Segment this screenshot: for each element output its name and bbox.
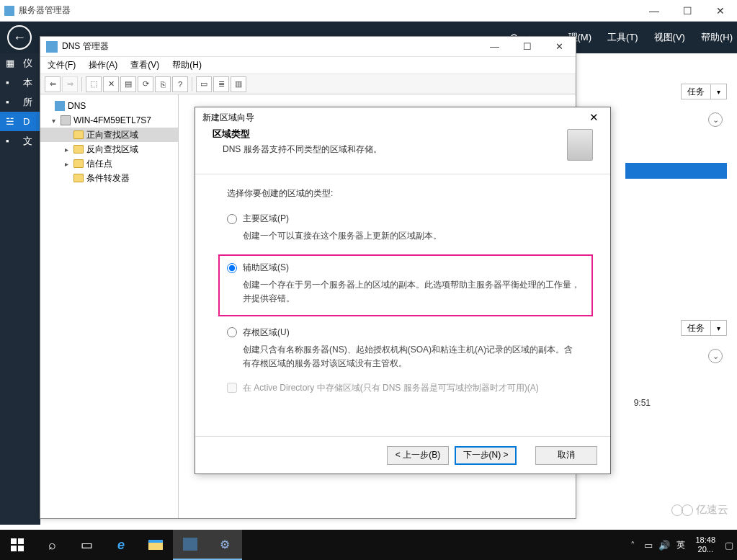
- tree-reverse-zone[interactable]: ▸反向查找区域: [40, 142, 178, 156]
- dns-close-button[interactable]: ✕: [543, 37, 576, 57]
- tb-detail-button[interactable]: ▥: [231, 76, 246, 92]
- dns-icon: ☱: [6, 116, 17, 128]
- dashboard-icon: ▦: [6, 58, 17, 69]
- radio-primary-zone[interactable]: [227, 214, 237, 224]
- tray-sound-icon[interactable]: 🔊: [656, 530, 672, 560]
- server-image-icon: [567, 129, 593, 161]
- server-manager-title: 服务器管理器: [19, 4, 71, 17]
- radio-secondary-label: 辅助区域(S): [243, 262, 289, 274]
- radio-secondary-desc: 创建一个存在于另一个服务器上的区域的副本。此选项帮助主服务器平衡处理的工作量，并…: [227, 278, 584, 306]
- tray-network-icon[interactable]: ▭: [640, 530, 656, 560]
- file-icon: ▪: [6, 135, 17, 147]
- tasks-arrow-1[interactable]: ▾: [711, 84, 727, 99]
- tree-forward-zone[interactable]: 正向查找区域: [40, 128, 178, 142]
- explorer-button[interactable]: [138, 530, 173, 560]
- tree-root[interactable]: DNS: [40, 99, 178, 113]
- tb-list-button[interactable]: ≣: [213, 76, 229, 92]
- taskview-button[interactable]: ▭: [69, 530, 104, 560]
- tasks-button-1[interactable]: 任务: [681, 84, 711, 99]
- tb-export-button[interactable]: ⎘: [155, 76, 171, 92]
- taskbar: ⌕ ▭ e ⚙ ˄ ▭ 🔊 英 18:48 20... ▢: [0, 530, 737, 560]
- search-button[interactable]: ⌕: [35, 530, 69, 560]
- dns-toolbar: ⇐ ⇒ ⬚ ✕ ▤ ⟳ ⎘ ? ▭ ≣ ▥: [40, 74, 576, 94]
- wizard-close-button[interactable]: ✕: [585, 110, 603, 125]
- tree-trust-points[interactable]: ▸信任点: [40, 156, 178, 171]
- tb-refresh-button[interactable]: ⟳: [138, 76, 153, 92]
- wizard-titlebar: 新建区域向导 ✕: [195, 107, 610, 128]
- expand-button-2[interactable]: ⌄: [708, 349, 723, 363]
- svg-rect-0: [46, 41, 58, 53]
- ie-button[interactable]: e: [104, 530, 138, 560]
- server-tree-icon: [61, 115, 71, 125]
- tree-conditional-forwarders[interactable]: 条件转发器: [40, 171, 178, 185]
- dns-menu-file[interactable]: 文件(F): [48, 59, 76, 71]
- outer-close-button[interactable]: ✕: [704, 0, 737, 22]
- wizard-cancel-button[interactable]: 取消: [535, 446, 597, 465]
- dns-minimize-button[interactable]: —: [478, 37, 511, 57]
- sidebar-item-allservers[interactable]: ▪所: [0, 92, 40, 112]
- tree-server[interactable]: ▾WIN-4FM59ETL7S7: [40, 113, 178, 128]
- sidebar-item-file[interactable]: ▪文: [0, 131, 40, 151]
- dns-task[interactable]: ⚙: [207, 530, 242, 560]
- server-manager-task[interactable]: [173, 530, 207, 560]
- wizard-title: 新建区域向导: [202, 112, 254, 124]
- tasks-button-2[interactable]: 任务: [681, 320, 711, 336]
- server-icon: ▪: [6, 77, 17, 89]
- tb-properties-button[interactable]: ▤: [120, 76, 136, 92]
- folder-icon: [73, 130, 84, 139]
- menu-tools[interactable]: 工具(T): [607, 31, 638, 44]
- highlight-secondary-option: 辅助区域(S) 创建一个存在于另一个服务器上的区域的副本。此选项帮助主服务器平衡…: [218, 254, 593, 316]
- event-time: 9:51: [634, 398, 651, 408]
- radio-stub-zone[interactable]: [227, 327, 237, 337]
- watermark: 亿速云: [671, 503, 728, 517]
- back-button[interactable]: ←: [7, 25, 32, 50]
- dns-title: DNS 管理器: [62, 40, 109, 53]
- folder-icon: [73, 145, 84, 154]
- svg-rect-2: [18, 538, 24, 544]
- sidebar-item-localserver[interactable]: ▪本: [0, 73, 40, 92]
- dns-menubar: 文件(F) 操作(A) 查看(V) 帮助(H): [40, 57, 576, 74]
- outer-minimize-button[interactable]: —: [638, 0, 671, 22]
- wizard-back-button[interactable]: < 上一步(B): [387, 446, 449, 465]
- outer-maximize-button[interactable]: ☐: [671, 0, 704, 22]
- dns-root-icon: [55, 101, 65, 111]
- tray-ime[interactable]: 英: [672, 539, 689, 551]
- menu-help[interactable]: 帮助(H): [701, 31, 733, 44]
- tray-up-icon[interactable]: ˄: [625, 530, 640, 560]
- server-manager-icon: [4, 6, 14, 16]
- radio-primary-label: 主要区域(P): [243, 213, 289, 225]
- tb-back-button[interactable]: ⇐: [45, 76, 61, 92]
- tray-notifications-icon[interactable]: ▢: [721, 530, 737, 560]
- dns-menu-help[interactable]: 帮助(H): [172, 59, 202, 71]
- tray-clock[interactable]: 18:48 20...: [689, 535, 721, 554]
- radio-secondary-zone[interactable]: [227, 263, 237, 273]
- svg-rect-3: [11, 546, 17, 551]
- sidebar-item-dns[interactable]: ☱D: [0, 112, 40, 131]
- svg-rect-1: [11, 538, 17, 544]
- radio-primary-desc: 创建一个可以直接在这个服务器上更新的区域副本。: [227, 229, 579, 243]
- tb-help-button[interactable]: ?: [172, 76, 188, 92]
- menu-view[interactable]: 视图(V): [654, 31, 685, 44]
- tasks-arrow-2[interactable]: ▾: [711, 320, 727, 336]
- tb-delete-button[interactable]: ✕: [103, 76, 119, 92]
- server-manager-sidebar: ▦仪 ▪本 ▪所 ☱D ▪文: [0, 53, 40, 525]
- dns-titlebar: DNS 管理器 — ☐ ✕: [40, 37, 576, 57]
- radio-stub-desc: 创建只含有名称服务器(NS)、起始授权机构(SOA)和粘连主机(A)记录的区域的…: [227, 343, 579, 370]
- dns-menu-action[interactable]: 操作(A): [89, 59, 117, 71]
- folder-icon: [73, 159, 84, 168]
- expand-button-1[interactable]: ⌄: [708, 112, 723, 127]
- folder-icon: [73, 174, 84, 182]
- tb-filter-button[interactable]: ▭: [196, 76, 212, 92]
- dns-maximize-button[interactable]: ☐: [511, 37, 543, 57]
- selection-bar: [625, 163, 727, 179]
- checkbox-ad-store: [227, 383, 237, 393]
- wizard-next-button[interactable]: 下一步(N) >: [455, 446, 517, 465]
- tb-up-button[interactable]: ⬚: [86, 76, 102, 92]
- wizard-footer: < 上一步(B) 下一步(N) > 取消: [195, 436, 610, 474]
- wizard-heading: 区域类型: [213, 128, 567, 141]
- servers-icon: ▪: [6, 97, 17, 108]
- tb-forward-button[interactable]: ⇒: [62, 76, 78, 92]
- sidebar-item-dashboard[interactable]: ▦仪: [0, 53, 40, 73]
- dns-menu-view[interactable]: 查看(V): [130, 59, 159, 71]
- start-button[interactable]: [0, 530, 35, 560]
